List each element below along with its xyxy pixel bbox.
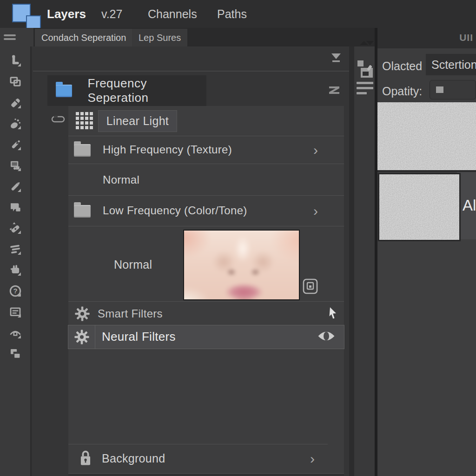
app-window: Layers v.27 Channels Paths Condach Seper… bbox=[0, 0, 476, 476]
alpha-label: Al bbox=[463, 197, 476, 214]
select-label: Olacted bbox=[382, 60, 422, 73]
adjustment-layer-icon[interactable] bbox=[357, 60, 374, 81]
help-icon[interactable]: ? bbox=[7, 283, 23, 299]
texture-swatch-small[interactable] bbox=[378, 173, 461, 241]
svg-text:?: ? bbox=[13, 287, 17, 295]
neural-filters-label: Neural Filters bbox=[102, 330, 176, 344]
blend-mode-dropdown[interactable]: Linear Light bbox=[98, 110, 177, 132]
gradient-tool-icon[interactable] bbox=[7, 241, 23, 257]
lock-icon bbox=[79, 450, 93, 469]
layer-name: High Frequency (Texture) bbox=[103, 143, 232, 156]
visibility-icon[interactable] bbox=[51, 115, 65, 126]
layer-name: Low Frequency (Color/Tone) bbox=[103, 204, 247, 217]
menu-layers[interactable]: Layers bbox=[47, 0, 86, 28]
side-options-strip bbox=[354, 46, 376, 476]
folder-icon-blue bbox=[56, 85, 72, 97]
chevron-right-icon[interactable]: › bbox=[310, 452, 315, 466]
layer-row-normal-1[interactable]: Normal bbox=[68, 164, 344, 195]
top-menu-bar: Layers v.27 Channels Paths bbox=[0, 0, 476, 28]
chevron-right-icon[interactable]: › bbox=[313, 204, 318, 218]
cursor-arrow-icon bbox=[328, 306, 337, 321]
marquee-tool-icon[interactable] bbox=[7, 74, 23, 90]
pen-tool-icon[interactable] bbox=[7, 325, 23, 341]
layer-name: Normal bbox=[103, 173, 139, 186]
gear-icon bbox=[73, 329, 90, 345]
brush-tool-icon[interactable] bbox=[7, 137, 23, 152]
layer-row-normal-2[interactable]: Normal bbox=[68, 226, 344, 301]
selection-dropdown[interactable]: Sctertion bbox=[426, 54, 476, 75]
panel-gap bbox=[349, 46, 354, 476]
folder-icon-gray bbox=[74, 205, 91, 218]
spot-healing-tool-icon[interactable] bbox=[7, 116, 23, 132]
menu-lines-icon[interactable] bbox=[357, 82, 373, 97]
properties-top-bar: UII bbox=[377, 28, 476, 48]
background-layer-row[interactable]: Background › bbox=[68, 444, 328, 473]
background-label: Background bbox=[102, 452, 165, 465]
layer-name: Normal bbox=[114, 258, 152, 271]
hand-tool-icon[interactable] bbox=[7, 262, 23, 278]
neural-filters-row[interactable]: Neural Filters bbox=[68, 325, 344, 349]
divider bbox=[95, 325, 95, 349]
eye-icon[interactable] bbox=[317, 331, 336, 344]
smart-filters-label: Smart Filters bbox=[98, 307, 163, 320]
layer-group-header[interactable]: Frequency Seperation bbox=[47, 75, 206, 106]
layer-thumbnail-face[interactable] bbox=[183, 230, 300, 300]
collapse-panel-icon[interactable] bbox=[329, 52, 343, 66]
layer-group-label: Frequency Seperation bbox=[88, 76, 206, 105]
menu-version[interactable]: v.27 bbox=[101, 0, 122, 28]
eraser-tool-icon[interactable] bbox=[7, 95, 23, 111]
layer-row-high-frequency[interactable]: High Frequency (Texture) › bbox=[68, 136, 344, 164]
pattern-grid-icon[interactable] bbox=[76, 112, 93, 129]
opacity-swatch-icon bbox=[436, 86, 443, 93]
smart-object-badge-icon[interactable] bbox=[303, 278, 318, 296]
clone-source-icon[interactable] bbox=[7, 158, 23, 173]
opacity-label: Opatity: bbox=[382, 85, 422, 98]
collapse-group-icon[interactable] bbox=[328, 86, 341, 97]
tools-toolbar: ? bbox=[0, 46, 32, 476]
triangle-icon bbox=[366, 41, 374, 45]
move-tool-icon[interactable] bbox=[7, 53, 23, 69]
smart-filters-row[interactable]: Smart Filters bbox=[68, 301, 344, 325]
pencil-tool-icon[interactable] bbox=[7, 178, 23, 194]
blend-mode-row: Linear Light bbox=[68, 106, 344, 136]
gear-icon bbox=[74, 305, 91, 322]
texture-swatch-large[interactable] bbox=[377, 102, 476, 172]
properties-controls: Olacted Sctertion Opatity: bbox=[377, 48, 476, 102]
panel-bottom-edge bbox=[68, 474, 344, 476]
corner-label: UII bbox=[459, 32, 473, 43]
layers-panel: Frequency Seperation Linear Light High F… bbox=[33, 46, 349, 476]
face-image bbox=[183, 230, 300, 300]
selection-value: Sctertion bbox=[431, 58, 476, 72]
layer-rows: Linear Light High Frequency (Texture) › … bbox=[68, 106, 344, 476]
layer-row-low-frequency[interactable]: Low Frequency (Color/Tone) › bbox=[68, 195, 344, 226]
divider bbox=[33, 71, 349, 72]
doc-tab-lep-sures[interactable]: Lep Sures bbox=[132, 29, 187, 46]
chevron-right-icon[interactable]: › bbox=[313, 143, 318, 157]
menu-paths[interactable]: Paths bbox=[217, 0, 247, 28]
duplicate-layer-tool-icon[interactable] bbox=[7, 346, 23, 362]
opacity-input[interactable] bbox=[430, 80, 476, 99]
type-tool-icon[interactable] bbox=[7, 304, 23, 320]
menu-channels[interactable]: Channels bbox=[148, 0, 197, 28]
doc-tab-condach-seperation[interactable]: Condach Seperation bbox=[35, 29, 132, 46]
shape-tool-icon[interactable] bbox=[7, 199, 23, 215]
blend-mode-value: Linear Light bbox=[106, 114, 169, 128]
folder-icon-gray bbox=[74, 144, 91, 157]
patch-tool-icon[interactable] bbox=[7, 220, 23, 236]
panel-menu-button[interactable] bbox=[0, 28, 33, 46]
properties-panel: UII Olacted Sctertion Opatity: Al bbox=[377, 28, 476, 476]
